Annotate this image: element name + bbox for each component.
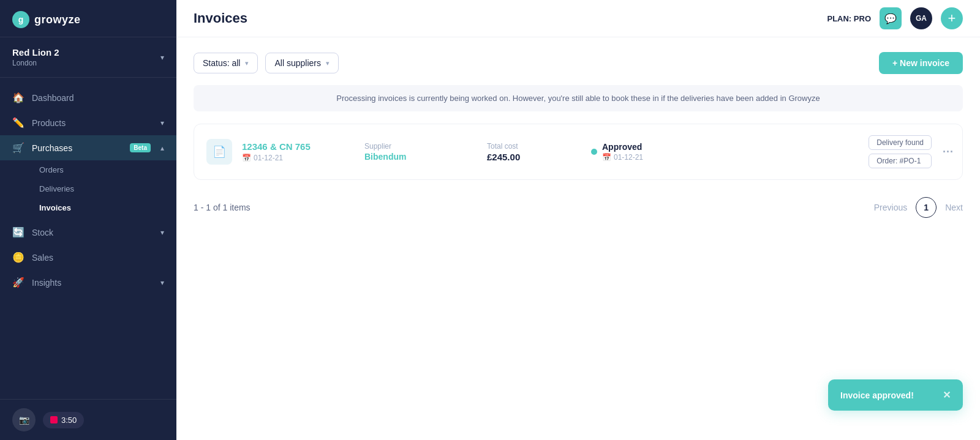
nav-list: 🏠 Dashboard ✏️ Products ▾ 🛒 Purchases Be… bbox=[0, 78, 176, 399]
sales-icon: 🪙 bbox=[12, 252, 24, 263]
pagination-controls: Previous 1 Next bbox=[874, 197, 963, 218]
status-dot-icon bbox=[591, 149, 597, 155]
items-count: 1 - 1 of 1 items bbox=[194, 203, 251, 212]
stock-chevron-icon: ▾ bbox=[160, 228, 164, 237]
status-filter[interactable]: Status: all ▾ bbox=[194, 53, 258, 73]
insights-icon: 🚀 bbox=[12, 277, 24, 288]
location-city: London bbox=[12, 59, 59, 67]
toast-close-button[interactable]: ✕ bbox=[943, 389, 951, 401]
rec-dot-icon bbox=[50, 416, 58, 423]
supplier-filter-chevron-icon: ▾ bbox=[326, 59, 330, 67]
recording-timer: 3:50 bbox=[61, 416, 77, 425]
invoice-id: 12346 & CN 765 bbox=[242, 141, 340, 152]
toast-message: Invoice approved! bbox=[840, 390, 914, 400]
supplier-label: Supplier bbox=[364, 142, 462, 151]
filters-row: Status: all ▾ All suppliers ▾ + New invo… bbox=[194, 52, 963, 74]
supplier-filter-label: All suppliers bbox=[274, 58, 320, 68]
invoice-date: 📅 01-12-21 bbox=[242, 154, 340, 162]
status-section: Approved 📅 01-12-21 bbox=[591, 142, 689, 162]
sidebar-item-label: Sales bbox=[32, 253, 164, 263]
purchases-sub-nav: Orders Deliveries Invoices bbox=[0, 160, 176, 220]
sidebar-item-insights[interactable]: 🚀 Insights ▾ bbox=[0, 270, 176, 295]
page-number[interactable]: 1 bbox=[916, 197, 937, 218]
sidebar-footer: 📷 3:50 bbox=[0, 399, 176, 440]
next-button[interactable]: Next bbox=[945, 203, 963, 212]
supplier-name: Bibendum bbox=[364, 152, 462, 162]
stock-icon: 🔄 bbox=[12, 226, 24, 238]
status-filter-label: Status: all bbox=[203, 58, 240, 68]
sidebar: g growyze Red Lion 2 London ▾ 🏠 Dashboar… bbox=[0, 0, 176, 440]
table-row[interactable]: 📄 12346 & CN 765 📅 01-12-21 Supplier Bib… bbox=[194, 124, 963, 180]
status-date: 📅 01-12-21 bbox=[602, 153, 643, 162]
sidebar-item-label: Stock bbox=[32, 228, 153, 237]
supplier-section: Supplier Bibendum bbox=[364, 142, 462, 162]
sidebar-item-label: Purchases bbox=[32, 143, 123, 153]
logo-icon: g bbox=[12, 11, 29, 28]
main-content: Invoices PLAN: PRO 💬 GA + Status: all ▾ … bbox=[176, 0, 980, 440]
invoice-document-icon: 📄 bbox=[206, 139, 232, 165]
cost-value: £245.00 bbox=[487, 152, 567, 162]
top-bar-right: PLAN: PRO 💬 GA + bbox=[827, 7, 963, 29]
chat-button[interactable]: 💬 bbox=[880, 7, 902, 29]
products-chevron-icon: ▾ bbox=[160, 119, 164, 127]
recording-button[interactable]: 3:50 bbox=[43, 412, 84, 428]
sidebar-item-label: Insights bbox=[32, 278, 153, 288]
video-button[interactable]: 📷 bbox=[12, 408, 36, 431]
sidebar-item-label: Dashboard bbox=[32, 93, 164, 103]
logo[interactable]: g growyze bbox=[0, 0, 176, 37]
sidebar-item-label: Products bbox=[32, 118, 153, 128]
sidebar-item-orders[interactable]: Orders bbox=[32, 160, 176, 179]
invoice-info: 12346 & CN 765 📅 01-12-21 bbox=[242, 141, 340, 162]
purchases-icon: 🛒 bbox=[12, 142, 24, 154]
avatar[interactable]: GA bbox=[910, 7, 932, 29]
sidebar-item-sales[interactable]: 🪙 Sales bbox=[0, 245, 176, 270]
cost-section: Total cost £245.00 bbox=[487, 142, 567, 162]
new-invoice-button[interactable]: + New invoice bbox=[879, 52, 963, 74]
logo-text: growyze bbox=[34, 13, 81, 26]
location-selector[interactable]: Red Lion 2 London ▾ bbox=[0, 37, 176, 78]
sidebar-item-deliveries[interactable]: Deliveries bbox=[32, 179, 176, 198]
cost-label: Total cost bbox=[487, 142, 567, 151]
add-button[interactable]: + bbox=[941, 7, 963, 29]
sidebar-item-dashboard[interactable]: 🏠 Dashboard bbox=[0, 85, 176, 110]
status-filter-chevron-icon: ▾ bbox=[245, 59, 249, 67]
status-info: Approved 📅 01-12-21 bbox=[602, 142, 643, 162]
toast-notification: Invoice approved! ✕ bbox=[828, 379, 963, 411]
location-chevron-icon: ▾ bbox=[160, 53, 164, 62]
pagination-row: 1 - 1 of 1 items Previous 1 Next bbox=[194, 190, 963, 225]
top-bar: Invoices PLAN: PRO 💬 GA + bbox=[176, 0, 980, 37]
notice-banner: Processing invoices is currently being w… bbox=[194, 85, 963, 111]
insights-chevron-icon: ▾ bbox=[160, 278, 164, 287]
tags-section: Delivery found Order: #PO-1 bbox=[869, 135, 932, 168]
sidebar-item-purchases[interactable]: 🛒 Purchases Beta ▴ bbox=[0, 135, 176, 160]
beta-badge: Beta bbox=[130, 143, 151, 152]
sidebar-item-invoices[interactable]: Invoices bbox=[32, 198, 176, 217]
location-name: Red Lion 2 bbox=[12, 47, 59, 58]
plan-label: PLAN: PRO bbox=[827, 14, 871, 23]
purchases-chevron-icon: ▴ bbox=[160, 144, 164, 152]
sidebar-item-products[interactable]: ✏️ Products ▾ bbox=[0, 110, 176, 135]
order-tag: Order: #PO-1 bbox=[869, 154, 932, 168]
status-calendar-icon: 📅 bbox=[602, 153, 611, 162]
more-options-button[interactable]: ··· bbox=[943, 146, 954, 158]
products-icon: ✏️ bbox=[12, 117, 24, 129]
previous-button[interactable]: Previous bbox=[874, 203, 907, 212]
delivery-tag: Delivery found bbox=[869, 135, 932, 150]
page-title: Invoices bbox=[194, 10, 247, 26]
status-label: Approved bbox=[602, 142, 643, 152]
supplier-filter[interactable]: All suppliers ▾ bbox=[265, 53, 338, 73]
calendar-icon: 📅 bbox=[242, 154, 251, 162]
sidebar-item-stock[interactable]: 🔄 Stock ▾ bbox=[0, 220, 176, 245]
dashboard-icon: 🏠 bbox=[12, 92, 24, 103]
